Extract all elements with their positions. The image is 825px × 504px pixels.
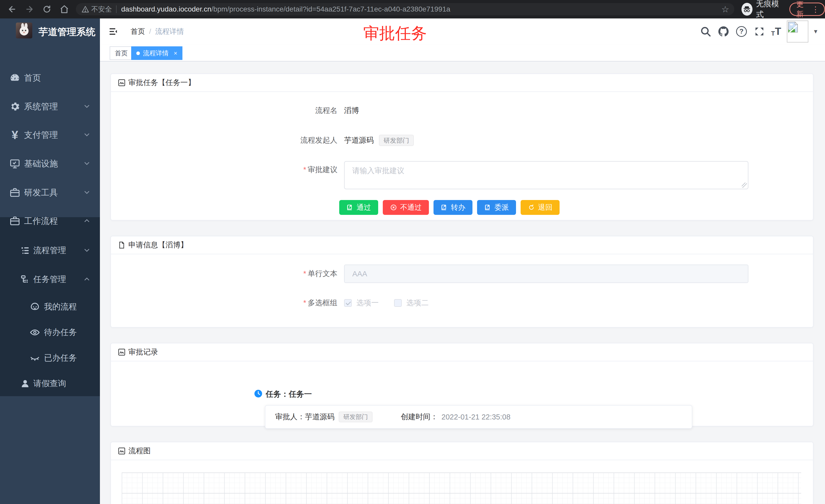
dashboard-icon [8,71,21,85]
sidebar-item-dev-tools[interactable]: 研发工具 [0,178,100,207]
monitor-icon [8,157,21,170]
process-name-value: 滔博 [344,105,359,116]
url-host: dashboard.yudao.iocoder.cn [121,5,211,13]
tab-label: 流程详情 [143,49,169,57]
checkbox-group: 选项一 选项二 [344,298,429,308]
breadcrumb-current: 流程详情 [155,27,184,36]
page-title: 审批任务 [363,22,427,44]
sidebar-item-label: 系统管理 [24,101,58,112]
incognito-indicator: 无痕模式 [742,0,782,20]
single-line-input[interactable] [344,264,748,283]
sidebar-toggle-icon[interactable] [108,27,119,36]
list-icon [19,244,31,257]
back-icon[interactable] [7,4,17,14]
address-bar[interactable]: 不安全 dashboard.yudao.iocoder.cn/bpm/proce… [76,3,734,15]
avatar-caret-icon[interactable]: ▾ [814,27,817,35]
close-icon[interactable]: × [174,50,177,57]
created-time: 2022-01-21 22:35:08 [441,413,510,421]
card-application-info: 申请信息【滔博】 单行文本 多选框组 选项一 [110,236,814,328]
breadcrumb-separator: / [149,27,151,35]
update-label: 更新 [796,0,807,19]
home-icon[interactable] [60,4,69,14]
approve-button[interactable]: 通过 [339,200,378,215]
font-size-icon[interactable]: TT [771,26,781,37]
tab-process-detail[interactable]: 流程详情 × [131,47,182,60]
sidebar-item-label: 请假查询 [33,378,66,389]
form-row-process-name: 流程名 滔博 [111,102,813,119]
checkbox-option-1[interactable]: 选项一 [344,298,379,308]
sidebar-item-payment[interactable]: ¥ 支付管理 [0,120,100,149]
resize-handle[interactable] [742,183,747,188]
update-button[interactable]: 更新 ⋮ [790,3,825,16]
field-label: 流程名 [111,105,338,116]
card-approval-record: 审批记录 任务：任务一 审批人： 芋道源码 研发部门 创建时间： 2022-01… [110,343,814,426]
textarea-placeholder: 请输入审批建议 [352,166,404,176]
help-icon[interactable]: ? [735,25,748,37]
eye-open-icon [29,326,41,339]
sidebar-item-label: 待办任务 [44,327,77,338]
bookmark-star-icon[interactable]: ☆ [722,4,729,14]
chevron-down-icon [82,159,92,168]
breadcrumb: 首页 / 流程详情 [131,18,184,44]
screen: 不安全 dashboard.yudao.iocoder.cn/bpm/proce… [0,0,825,504]
security-status[interactable]: 不安全 [81,5,112,14]
form-row-checkboxes: 多选框组 选项一 选项二 [111,295,813,311]
form-row-advice: 审批建议 请输入审批建议 [111,161,813,189]
delegate-button[interactable]: 委派 [477,200,516,215]
sidebar-item-workflow[interactable]: 工作流程 [0,207,100,235]
github-icon[interactable] [718,25,730,37]
sidebar-item-infrastructure[interactable]: 基础设施 [0,149,100,178]
browser-toolbar: 不安全 dashboard.yudao.iocoder.cn/bpm/proce… [0,0,825,18]
url-path: /bpm/process-instance/detail?id=54aa251f… [211,5,450,13]
starter-value: 芋道源码 研发部门 [344,135,414,146]
active-dot [136,52,140,55]
advice-textarea[interactable]: 请输入审批建议 [344,161,748,189]
sidebar-item-label: 基础设施 [24,158,58,170]
sidebar-item-label: 流程管理 [33,245,66,256]
sidebar: 芋道管理系统 首页 系统管理 ¥ 支付管理 基 [0,18,100,504]
transfer-button[interactable]: 转办 [434,200,472,215]
tab-label: 首页 [115,49,128,57]
sidebar-item-label: 任务管理 [33,274,66,285]
clock-icon [254,389,263,398]
form-row-text: 单行文本 [111,264,813,283]
checkbox-option-2[interactable]: 选项二 [394,298,429,308]
created-label: 创建时间： [401,412,438,422]
sidebar-item-leave-query[interactable]: 请假查询 [0,369,100,398]
sidebar-item-label: 我的流程 [44,301,77,313]
reload-icon[interactable] [42,4,52,14]
forward-icon[interactable] [24,4,34,14]
search-icon[interactable] [699,25,712,37]
yen-icon: ¥ [8,128,21,142]
user-icon [19,377,31,390]
sidebar-item-system[interactable]: 系统管理 [0,92,100,121]
sidebar-item-todo-tasks[interactable]: 待办任务 [0,318,100,347]
flow-tree-icon [19,273,31,285]
field-label: 流程发起人 [111,135,338,146]
bpmn-canvas[interactable] [122,473,801,504]
sidebar-item-label: 首页 [24,72,41,84]
card-title: 流程图 [128,446,151,456]
browser-menu-icon[interactable]: ⋮ [812,5,820,14]
sidebar-item-my-process[interactable]: 我的流程 [0,292,100,321]
return-button[interactable]: 退回 [521,200,559,215]
sidebar-item-home[interactable]: 首页 [0,64,100,92]
picture-icon [118,447,126,455]
avatar[interactable] [787,20,808,43]
browser-nav-buttons [0,4,76,14]
sidebar-item-process-mgmt[interactable]: 流程管理 [0,236,100,265]
reject-button[interactable]: 不通过 [383,200,429,215]
logo-row[interactable]: 芋道管理系统 [0,18,100,57]
tab-home[interactable]: 首页 [110,47,133,60]
sidebar-item-done-tasks[interactable]: 已办任务 [0,344,100,372]
warning-icon [81,5,89,13]
breadcrumb-home[interactable]: 首页 [131,27,145,36]
top-navbar: 首页 / 流程详情 审批任务 ? TT ▾ [100,18,825,44]
omnibox-divider [116,5,117,13]
sidebar-item-task-mgmt[interactable]: 任务管理 [0,265,100,294]
sidebar-item-label: 已办任务 [44,352,77,364]
fullscreen-icon[interactable] [753,25,765,37]
chevron-up-icon [82,217,92,226]
field-label: 审批建议 [111,165,338,175]
chevron-down-icon [82,131,92,140]
